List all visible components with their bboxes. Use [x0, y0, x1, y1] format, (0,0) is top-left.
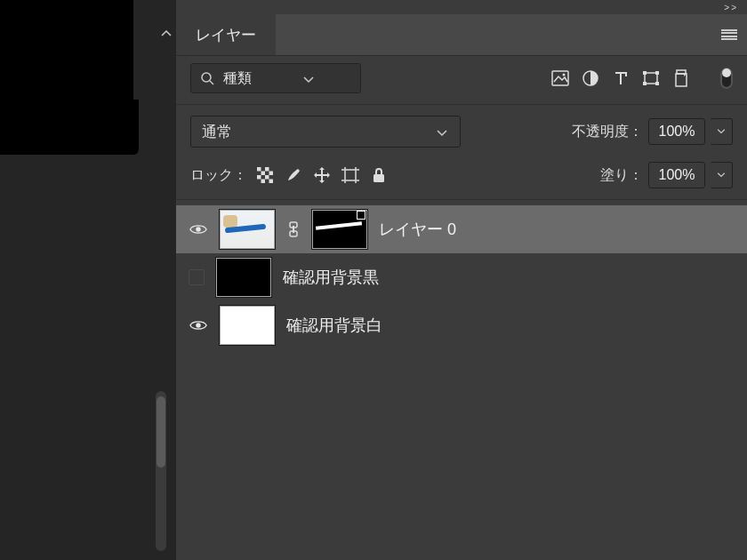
scroll-up-icon[interactable]	[160, 27, 173, 39]
lock-move-icon[interactable]	[313, 166, 331, 184]
opacity-label: 不透明度：	[572, 123, 643, 141]
svg-rect-8	[655, 82, 659, 85]
chevron-down-icon	[437, 125, 449, 138]
layer-thumbnail[interactable]	[219, 209, 276, 250]
svg-rect-16	[261, 180, 266, 184]
layer-mask-thumbnail[interactable]	[311, 209, 368, 250]
layer-name[interactable]: レイヤー 0	[379, 219, 456, 240]
vertical-scrollbar[interactable]	[156, 391, 166, 551]
svg-rect-14	[257, 175, 261, 180]
visibility-toggle[interactable]	[189, 220, 208, 239]
layer-list: レイヤー 0 確認用背景黒 確認用背景白	[176, 205, 747, 349]
layer-thumbnail[interactable]	[215, 257, 272, 298]
layer-name[interactable]: 確認用背景白	[286, 315, 382, 336]
blend-row: 通常 不透明度： 100%	[176, 108, 747, 155]
svg-rect-5	[643, 71, 647, 75]
lock-all-icon[interactable]	[370, 166, 388, 184]
svg-rect-19	[374, 174, 384, 182]
layer-row[interactable]: 確認用背景黒	[176, 253, 747, 301]
blend-mode-value: 通常	[202, 122, 232, 142]
panel-tabbar: レイヤー	[176, 14, 747, 56]
layer-row[interactable]: 確認用背景白	[176, 301, 747, 349]
svg-rect-18	[345, 170, 356, 180]
tab-layers[interactable]: レイヤー	[176, 14, 276, 55]
lock-row: ロック： 塗り： 10	[176, 155, 747, 196]
layer-thumbnail[interactable]	[219, 305, 276, 346]
canvas-preview-black	[0, 100, 139, 155]
filter-shape-icon[interactable]	[640, 68, 662, 89]
svg-rect-13	[269, 172, 274, 176]
visibility-toggle[interactable]	[189, 316, 208, 335]
svg-rect-7	[643, 82, 647, 85]
svg-rect-15	[265, 175, 269, 180]
svg-point-0	[202, 73, 211, 82]
fill-label: 塗り：	[600, 166, 643, 185]
lock-label: ロック：	[190, 166, 247, 185]
svg-point-20	[196, 227, 200, 231]
layer-row[interactable]: レイヤー 0	[176, 205, 747, 253]
layer-filter-row	[176, 56, 747, 100]
panel-expand-icon[interactable]: >>	[176, 0, 747, 14]
lock-brush-icon[interactable]	[285, 166, 302, 184]
link-icon[interactable]	[286, 220, 301, 239]
filter-type-icon[interactable]	[610, 68, 631, 89]
visibility-toggle[interactable]	[189, 269, 205, 285]
fill-input[interactable]: 100%	[648, 162, 705, 188]
tab-label: レイヤー	[196, 25, 256, 45]
svg-rect-10	[257, 167, 261, 172]
filter-pixel-icon[interactable]	[550, 68, 571, 89]
svg-rect-23	[293, 226, 294, 233]
opacity-input[interactable]: 100%	[648, 118, 705, 145]
layer-filter-select[interactable]	[190, 63, 361, 93]
svg-rect-11	[265, 167, 269, 172]
menu-icon	[721, 29, 737, 40]
svg-rect-12	[261, 172, 266, 176]
chevron-down-icon	[303, 72, 316, 84]
layers-panel: >> レイヤー	[176, 0, 747, 560]
svg-rect-6	[655, 71, 659, 75]
fill-dropdown[interactable]	[711, 162, 733, 188]
filter-toggle[interactable]	[720, 68, 733, 89]
layer-name[interactable]: 確認用背景黒	[283, 267, 379, 288]
layer-filter-input[interactable]	[221, 69, 296, 87]
lock-pixels-icon[interactable]	[256, 166, 274, 184]
canvas-scroll-area	[0, 0, 173, 560]
lock-artboard-icon[interactable]	[341, 166, 359, 184]
svg-rect-17	[269, 180, 274, 184]
panel-menu-button[interactable]	[711, 14, 747, 55]
svg-point-24	[196, 323, 200, 327]
blend-mode-select[interactable]: 通常	[190, 116, 461, 148]
search-icon	[200, 71, 214, 85]
scrollbar-thumb[interactable]	[157, 396, 165, 468]
filter-smart-icon[interactable]	[671, 68, 692, 89]
filter-adjust-icon[interactable]	[580, 68, 601, 89]
svg-point-2	[563, 74, 566, 76]
svg-rect-4	[645, 73, 657, 84]
opacity-dropdown[interactable]	[711, 118, 733, 145]
